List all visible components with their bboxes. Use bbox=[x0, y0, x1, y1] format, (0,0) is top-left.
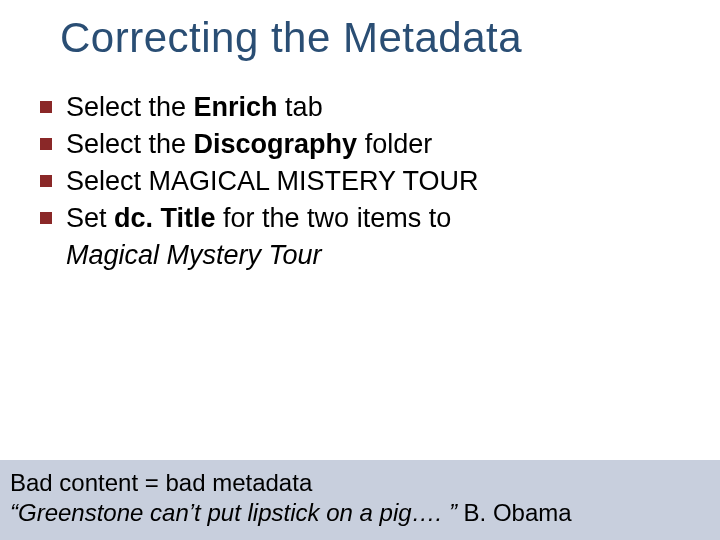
bullet-item: Select the Discography folder bbox=[40, 127, 670, 162]
bullet-text: Select the Enrich tab bbox=[66, 90, 670, 125]
bullet-item: Select the Enrich tab bbox=[40, 90, 670, 125]
slide-title: Correcting the Metadata bbox=[60, 14, 680, 62]
slide-body: Select the Enrich tab Select the Discogr… bbox=[40, 90, 670, 273]
bullet-square-icon bbox=[40, 138, 52, 150]
footer-quote: “Greenstone can’t put lipstick on a pig…… bbox=[10, 499, 457, 526]
bullet-bold: Enrich bbox=[194, 92, 278, 122]
bullet-post: folder bbox=[357, 129, 432, 159]
footer-bar: Bad content = bad metadata “Greenstone c… bbox=[0, 460, 720, 540]
bullet-item: Set dc. Title for the two items to bbox=[40, 201, 670, 236]
slide: Correcting the Metadata Select the Enric… bbox=[0, 0, 720, 540]
footer-attribution: B. Obama bbox=[457, 499, 572, 526]
bullet-square-icon bbox=[40, 101, 52, 113]
bullet-item: Select MAGICAL MISTERY TOUR bbox=[40, 164, 670, 199]
bullet-text: Set dc. Title for the two items to bbox=[66, 201, 670, 236]
bullet-post: for the two items to bbox=[216, 203, 452, 233]
bullet-bold: Discography bbox=[194, 129, 358, 159]
bullet-pre: Set bbox=[66, 203, 114, 233]
bullet-text: Select MAGICAL MISTERY TOUR bbox=[66, 164, 670, 199]
bullet-post: tab bbox=[278, 92, 323, 122]
bullet-square-icon bbox=[40, 212, 52, 224]
bullet-pre: Select the bbox=[66, 92, 194, 122]
bullet-pre: Select MAGICAL MISTERY TOUR bbox=[66, 166, 479, 196]
footer-line-1: Bad content = bad metadata bbox=[10, 468, 710, 498]
bullet-square-icon bbox=[40, 175, 52, 187]
bullet-continuation: Magical Mystery Tour bbox=[66, 238, 670, 273]
footer-line-2: “Greenstone can’t put lipstick on a pig…… bbox=[10, 498, 710, 528]
bullet-pre: Select the bbox=[66, 129, 194, 159]
bullet-text: Select the Discography folder bbox=[66, 127, 670, 162]
bullet-bold: dc. Title bbox=[114, 203, 216, 233]
